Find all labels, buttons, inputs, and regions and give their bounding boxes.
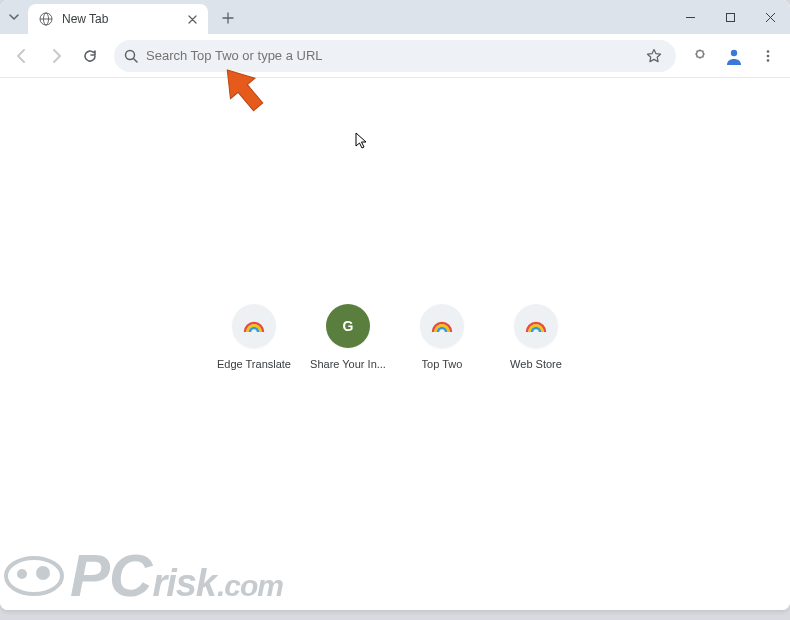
shortcut-icon: G: [326, 304, 370, 348]
puzzle-icon: [692, 48, 708, 64]
shortcut-label: Web Store: [510, 358, 562, 370]
minimize-icon: [685, 12, 696, 23]
shortcut-label: Edge Translate: [217, 358, 291, 370]
svg-line-6: [134, 58, 138, 62]
star-icon: [646, 48, 662, 64]
chevron-down-icon: [8, 11, 20, 23]
reload-icon: [82, 48, 98, 64]
tab-close-button[interactable]: [184, 11, 200, 27]
shortcuts-row: Edge Translate G Share Your In... Top Tw…: [0, 304, 790, 370]
shortcut-tile[interactable]: Web Store: [496, 304, 576, 370]
shortcut-icon: [514, 304, 558, 348]
shortcut-label: Share Your In...: [310, 358, 386, 370]
bookmark-button[interactable]: [642, 44, 666, 68]
shortcut-label: Top Two: [422, 358, 463, 370]
shortcut-tile[interactable]: Top Two: [402, 304, 482, 370]
svg-point-9: [767, 54, 770, 57]
rainbow-icon: [243, 318, 265, 334]
rainbow-icon: [525, 318, 547, 334]
address-input[interactable]: [146, 48, 642, 63]
arrow-left-icon: [14, 48, 30, 64]
close-icon: [188, 15, 197, 24]
svg-point-7: [731, 49, 737, 55]
browser-window: New Tab: [0, 0, 790, 610]
toolbar: [0, 34, 790, 78]
tab-title: New Tab: [62, 12, 184, 26]
kebab-icon: [761, 49, 775, 63]
close-icon: [765, 12, 776, 23]
reload-button[interactable]: [74, 40, 106, 72]
shortcut-letter: G: [343, 318, 354, 334]
minimize-button[interactable]: [670, 0, 710, 34]
shortcut-tile[interactable]: G Share Your In...: [308, 304, 388, 370]
svg-point-8: [767, 50, 770, 53]
shortcut-icon: [232, 304, 276, 348]
extensions-button[interactable]: [684, 40, 716, 72]
browser-tab[interactable]: New Tab: [28, 4, 208, 34]
shortcut-tile[interactable]: Edge Translate: [214, 304, 294, 370]
titlebar: New Tab: [0, 0, 790, 34]
svg-point-10: [767, 59, 770, 62]
globe-icon: [38, 11, 54, 27]
address-bar[interactable]: [114, 40, 676, 72]
forward-button[interactable]: [40, 40, 72, 72]
arrow-right-icon: [48, 48, 64, 64]
menu-button[interactable]: [752, 40, 784, 72]
back-button[interactable]: [6, 40, 38, 72]
shortcut-icon: [420, 304, 464, 348]
profile-button[interactable]: [718, 40, 750, 72]
maximize-button[interactable]: [710, 0, 750, 34]
avatar-icon: [722, 44, 746, 68]
tab-search-button[interactable]: [0, 0, 28, 34]
new-tab-button[interactable]: [214, 4, 242, 32]
plus-icon: [222, 12, 234, 24]
search-icon: [124, 49, 138, 63]
maximize-icon: [725, 12, 736, 23]
rainbow-icon: [431, 318, 453, 334]
new-tab-content: Edge Translate G Share Your In... Top Tw…: [0, 78, 790, 610]
svg-rect-4: [726, 13, 734, 21]
window-controls: [670, 0, 790, 34]
close-window-button[interactable]: [750, 0, 790, 34]
